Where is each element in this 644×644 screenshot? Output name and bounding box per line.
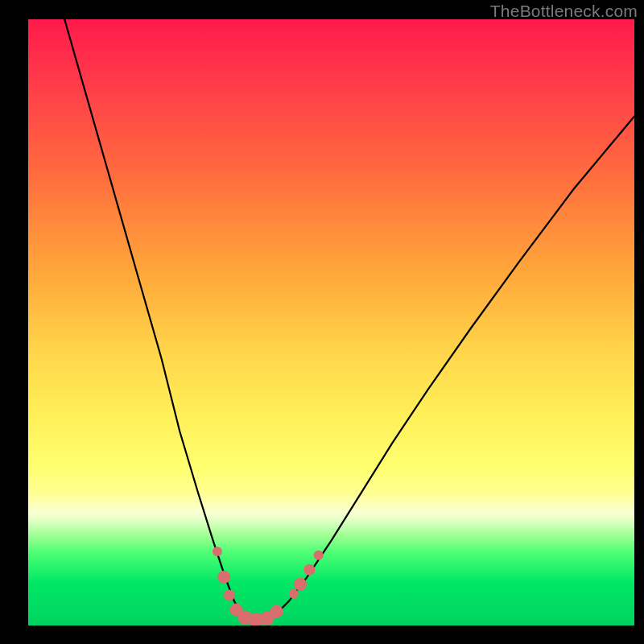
fit-marker: [217, 571, 230, 584]
chart-frame: TheBottleneck.com: [0, 0, 644, 644]
fit-marker: [213, 547, 222, 556]
watermark-text: TheBottleneck.com: [490, 2, 638, 21]
fit-markers: [28, 19, 634, 625]
fit-marker: [294, 578, 307, 591]
fit-marker: [270, 605, 283, 618]
fit-marker: [289, 589, 299, 599]
fit-marker: [314, 551, 324, 560]
plot-area: [28, 19, 634, 625]
fit-marker: [224, 589, 235, 601]
fit-marker: [303, 564, 315, 576]
